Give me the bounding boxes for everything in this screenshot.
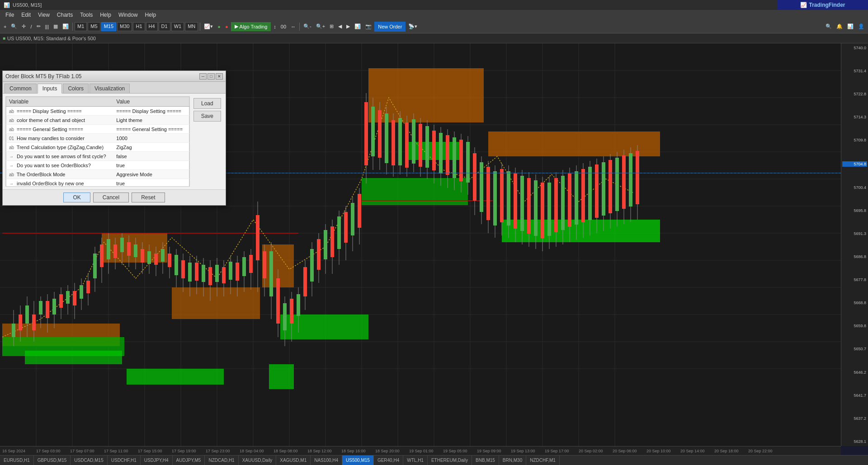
svg-rect-50 bbox=[19, 315, 22, 330]
timeframe-m5[interactable]: M5 bbox=[88, 22, 100, 31]
period-sep-button[interactable]: ||| bbox=[43, 22, 51, 32]
svg-rect-74 bbox=[100, 244, 104, 267]
svg-rect-84 bbox=[134, 244, 137, 257]
dialog-minimize-button[interactable]: ─ bbox=[199, 73, 207, 80]
timeframe-h4[interactable]: H4 bbox=[146, 22, 158, 31]
timeframe-m30[interactable]: M30 bbox=[117, 22, 132, 31]
timeframe-w1[interactable]: W1 bbox=[171, 22, 184, 31]
tab-usdjpy-h4[interactable]: USDJPY,H4 bbox=[141, 456, 173, 465]
crosshair-button[interactable]: ✛ bbox=[20, 22, 28, 32]
row-variable: → Do you want to see arrows of first cyc… bbox=[6, 152, 114, 161]
green-button[interactable]: ● bbox=[216, 22, 222, 32]
svg-rect-214 bbox=[575, 171, 578, 225]
draw-button[interactable]: ✏ bbox=[35, 22, 42, 32]
algo-trading-button[interactable]: ▶ Algo Trading bbox=[231, 22, 271, 31]
row-icon: → bbox=[9, 163, 15, 168]
order-block-dialog[interactable]: Order Block MT5 By TFlab 1.05 ─ □ ✕ Comm… bbox=[2, 70, 226, 206]
user-button[interactable]: 👤 bbox=[856, 22, 866, 32]
zoom-in-button[interactable]: 🔍 bbox=[9, 22, 19, 32]
svg-rect-204 bbox=[541, 183, 544, 238]
logo-icon: 📈 bbox=[800, 2, 807, 8]
tab-xagusd-m1[interactable]: XAGUSD,M1 bbox=[276, 456, 311, 465]
dialog-close-button[interactable]: ✕ bbox=[216, 73, 223, 80]
trade-icon-button[interactable]: ↕ bbox=[272, 22, 278, 32]
table-row[interactable]: ab ===== General Setting ===== ===== Gen… bbox=[6, 125, 189, 134]
load-button[interactable]: Load bbox=[193, 98, 221, 109]
one-click-button[interactable]: ◀ bbox=[336, 22, 344, 32]
timeframe-mn[interactable]: MN bbox=[185, 22, 198, 31]
tab-bnb-m15[interactable]: BNB,M15 bbox=[472, 456, 499, 465]
price-label: 5646.2 bbox=[842, 370, 867, 375]
menu-tools[interactable]: Tools bbox=[76, 11, 96, 19]
menu-file[interactable]: File bbox=[2, 11, 18, 19]
svg-rect-232 bbox=[636, 151, 639, 204]
save-button[interactable]: Save bbox=[193, 111, 221, 122]
tab-visualization[interactable]: Visualization bbox=[90, 84, 130, 93]
menu-view[interactable]: View bbox=[34, 11, 53, 19]
tab-xauusd-daily[interactable]: XAUUSD,Daily bbox=[239, 456, 277, 465]
timeframe-h1[interactable]: H1 bbox=[133, 22, 145, 31]
tab-nzdcad-h1[interactable]: NZDCAD,H1 bbox=[205, 456, 238, 465]
table-row[interactable]: ab Trend Calculation type (ZigZag,Candle… bbox=[6, 143, 189, 152]
indicator-button[interactable]: 📊 bbox=[61, 22, 71, 32]
tab-nzdchf-m1[interactable]: NZDCHF,M1 bbox=[526, 456, 560, 465]
svg-rect-34 bbox=[488, 132, 660, 156]
tab-inputs[interactable]: Inputs bbox=[38, 84, 62, 94]
menu-window[interactable]: Window bbox=[115, 11, 142, 19]
params-table-wrapper[interactable]: Variable Value ab ===== Display Setting … bbox=[5, 96, 190, 187]
menu-help2[interactable]: Help bbox=[142, 11, 160, 19]
signals-button[interactable]: 📡▾ bbox=[406, 22, 419, 32]
tab-eurusd-h1[interactable]: EURUSD,H1 bbox=[0, 456, 34, 465]
tab-ethereum-daily[interactable]: ETHEREUM,Daily bbox=[428, 456, 472, 465]
tab-gbpusd-m15[interactable]: GBPUSD,M15 bbox=[34, 456, 71, 465]
tab-ger40-h4[interactable]: GER40,H4 bbox=[374, 456, 403, 465]
svg-rect-106 bbox=[208, 267, 212, 285]
market-button[interactable]: 📊 bbox=[845, 22, 855, 32]
tab-usdcad-m15[interactable]: USDCAD,M15 bbox=[71, 456, 107, 465]
timeframe-m15[interactable]: M15 bbox=[101, 22, 116, 31]
indicators-dropdown-button[interactable]: 📈▾ bbox=[202, 22, 215, 32]
tab-brn-m30[interactable]: BRN,M30 bbox=[499, 456, 526, 465]
period-button[interactable]: 📊 bbox=[353, 22, 363, 32]
tab-us500-m15[interactable]: US500,M15 bbox=[342, 456, 374, 465]
dialog-maximize-button[interactable]: □ bbox=[208, 73, 215, 80]
obj-button[interactable]: ▦ bbox=[52, 22, 60, 32]
tab-colors[interactable]: Colors bbox=[63, 84, 89, 93]
row-icon: 01 bbox=[9, 136, 15, 141]
screenshot-button[interactable]: 📷 bbox=[363, 22, 373, 32]
tab-usdchf-h1[interactable]: USDCHF,H1 bbox=[108, 456, 141, 465]
timeframe-m1[interactable]: M1 bbox=[75, 22, 87, 31]
grid-button[interactable]: ⊞ bbox=[328, 22, 335, 32]
menu-help[interactable]: Help bbox=[96, 11, 115, 19]
table-row[interactable]: ab The OrderBlock Mode Aggresive Mode bbox=[6, 170, 189, 179]
row-variable: ab ===== General Setting ===== bbox=[6, 125, 114, 134]
reset-button[interactable]: Reset bbox=[132, 193, 165, 202]
grid-icon-button[interactable]: 00 bbox=[279, 22, 288, 32]
table-row[interactable]: ab ===== Display Setting ===== ===== Dis… bbox=[6, 107, 189, 116]
zoom-in2-button[interactable]: 🔍+ bbox=[314, 22, 327, 32]
red-button[interactable]: ● bbox=[223, 22, 230, 32]
svg-rect-62 bbox=[59, 294, 63, 308]
chart-scroll-button[interactable]: ↔ bbox=[289, 22, 297, 32]
search-button[interactable]: 🔍 bbox=[824, 22, 834, 32]
table-row[interactable]: → Do you want to see arrows of first cyc… bbox=[6, 152, 189, 161]
notifications-button[interactable]: 🔔 bbox=[835, 22, 844, 32]
cancel-button[interactable]: Cancel bbox=[93, 193, 129, 202]
table-row[interactable]: 01 How many candles to consider 1000 bbox=[6, 134, 189, 143]
zoom-out-button[interactable]: 🔍- bbox=[302, 22, 313, 32]
tab-common[interactable]: Common bbox=[5, 84, 37, 93]
tab-audjpy-m5[interactable]: AUDJPY,M5 bbox=[173, 456, 205, 465]
tab-wtl-h1[interactable]: WTL,H1 bbox=[403, 456, 428, 465]
menu-charts[interactable]: Charts bbox=[53, 11, 76, 19]
menu-edit[interactable]: Edit bbox=[18, 11, 34, 19]
chart-shift-button[interactable]: ▶ bbox=[344, 22, 352, 32]
table-row[interactable]: → invalid OrderBlock by new one true bbox=[6, 179, 189, 187]
new-chart-button[interactable]: + bbox=[2, 22, 8, 32]
table-row[interactable]: → Do you want to see OrderBlocks? true bbox=[6, 161, 189, 170]
line-tool-button[interactable]: / bbox=[28, 22, 33, 32]
tab-nas100-h4[interactable]: NAS100,H4 bbox=[311, 456, 342, 465]
timeframe-d1[interactable]: D1 bbox=[159, 22, 170, 31]
ok-button[interactable]: OK bbox=[63, 193, 90, 202]
new-order-button[interactable]: New Order bbox=[374, 22, 406, 32]
table-row[interactable]: ab color theme of chart and object Light… bbox=[6, 116, 189, 125]
